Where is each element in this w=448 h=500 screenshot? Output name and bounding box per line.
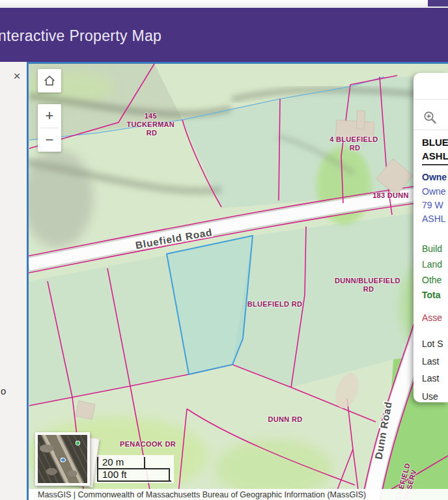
zoom-out-button[interactable]: − — [38, 128, 61, 152]
map-container: 145 TUCKERMAN RD 4 BLUEFIELD RD 183 DUNN… — [27, 62, 448, 500]
panel-owner-address1: 79 W — [422, 200, 443, 210]
scale-imperial-label: 100 ft — [102, 469, 127, 480]
magnifier-plus-icon — [422, 109, 439, 126]
panel-land-value: Land — [422, 259, 442, 270]
property-map[interactable]: 145 TUCKERMAN RD 4 BLUEFIELD RD 183 DUNN… — [29, 64, 448, 500]
panel-last-sale-row2: Last — [422, 373, 439, 383]
panel-divider — [413, 130, 448, 130]
scale-tick-metric — [144, 457, 145, 469]
label-183-dunn: 183 DUNN — [372, 191, 409, 199]
app-header: nteractive Property Map — [0, 8, 448, 62]
panel-building-value: Build — [422, 243, 442, 254]
label-penacook-dr: PENACOOK DR — [120, 440, 176, 448]
scale-metric-label: 20 m — [102, 456, 124, 467]
zoom-to-feature-button[interactable] — [422, 109, 439, 129]
panel-divider — [413, 99, 448, 100]
panel-total-value: Tota — [422, 290, 441, 300]
label-bluefield-rd: BLUEFIELD RD — [247, 300, 302, 308]
home-button[interactable] — [38, 69, 61, 92]
page-title: nteractive Property Map — [0, 27, 161, 45]
inset-overview-map[interactable] — [35, 432, 90, 486]
panel-other-value: Othe — [422, 275, 441, 285]
panel-use-code: Use — [422, 391, 438, 402]
zoom-control: + − — [38, 104, 61, 152]
home-icon — [42, 74, 57, 88]
zoom-in-button[interactable]: + — [38, 104, 61, 128]
label-dunn-rd: DUNN RD — [268, 415, 303, 423]
left-sidebar — [0, 62, 27, 500]
panel-owner-name: Owne — [422, 186, 446, 197]
scale-tick-right — [169, 468, 170, 482]
panel-last-sale-row1: Last — [422, 356, 439, 367]
panel-assessment-heading: Asse — [422, 312, 442, 323]
inset-aerial-image — [38, 435, 87, 483]
sidebar-text-fragment: o — [1, 385, 6, 396]
scale-bar: 20 m 100 ft — [94, 455, 174, 483]
panel-title-rule — [422, 164, 448, 165]
map-attribution: MassGIS | Commonwealth of Massachusetts … — [29, 489, 448, 500]
panel-lot-size: Lot S — [422, 339, 443, 349]
property-info-panel: BLUE ASHL Owne Owne 79 W ASHL Build Land… — [413, 73, 448, 402]
panel-owner-heading: Owne — [422, 172, 447, 182]
top-accent-box — [428, 0, 448, 7]
scale-line-imperial — [97, 480, 171, 482]
panel-title-line2: ASHL — [422, 150, 448, 161]
panel-owner-address2: ASHL — [422, 214, 446, 224]
close-icon[interactable]: × — [10, 69, 24, 83]
panel-title-line1: BLUE — [422, 137, 448, 148]
